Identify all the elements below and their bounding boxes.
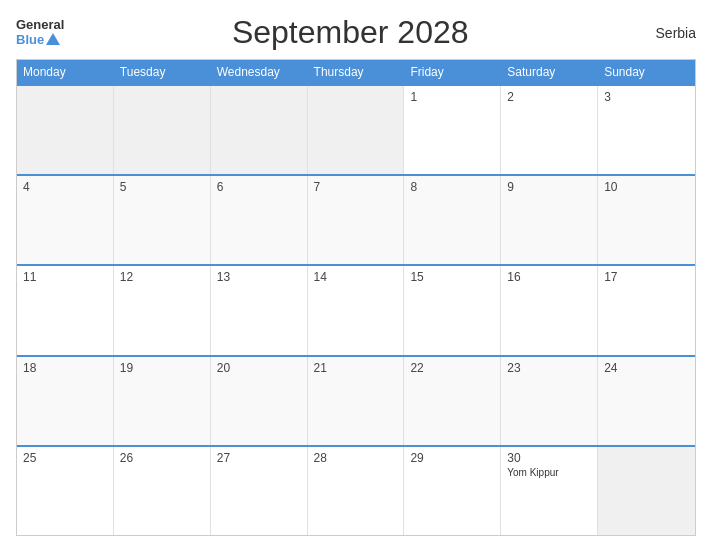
logo-triangle-icon [46,33,60,45]
logo-general-text: General [16,18,64,32]
day-header-wednesday: Wednesday [211,60,308,84]
day-cell: 28 [308,447,405,535]
day-number: 1 [410,90,494,104]
day-cell: 25 [17,447,114,535]
day-cell [17,86,114,174]
day-cell: 27 [211,447,308,535]
day-cell: 29 [404,447,501,535]
day-cell: 19 [114,357,211,445]
day-cell: 14 [308,266,405,354]
week-row-3: 11121314151617 [17,264,695,354]
week-row-1: 123 [17,84,695,174]
day-cell [211,86,308,174]
calendar-title: September 2028 [64,14,636,51]
day-cell: 12 [114,266,211,354]
day-number: 27 [217,451,301,465]
day-number: 15 [410,270,494,284]
day-number: 5 [120,180,204,194]
week-row-5: 252627282930Yom Kippur [17,445,695,535]
day-number: 28 [314,451,398,465]
day-headers-row: MondayTuesdayWednesdayThursdayFridaySatu… [17,60,695,84]
week-row-4: 18192021222324 [17,355,695,445]
day-number: 4 [23,180,107,194]
day-cell: 23 [501,357,598,445]
day-number: 3 [604,90,689,104]
day-cell: 30Yom Kippur [501,447,598,535]
day-number: 18 [23,361,107,375]
week-row-2: 45678910 [17,174,695,264]
day-cell: 15 [404,266,501,354]
day-cell [598,447,695,535]
day-number: 29 [410,451,494,465]
day-cell: 9 [501,176,598,264]
day-cell: 22 [404,357,501,445]
logo: General Blue [16,18,64,47]
day-cell: 5 [114,176,211,264]
day-number: 17 [604,270,689,284]
day-number: 12 [120,270,204,284]
day-header-thursday: Thursday [308,60,405,84]
day-header-friday: Friday [404,60,501,84]
calendar-grid: MondayTuesdayWednesdayThursdayFridaySatu… [16,59,696,536]
day-cell: 20 [211,357,308,445]
day-cell [114,86,211,174]
day-header-saturday: Saturday [501,60,598,84]
day-number: 8 [410,180,494,194]
day-cell [308,86,405,174]
day-number: 22 [410,361,494,375]
day-cell: 11 [17,266,114,354]
day-number: 14 [314,270,398,284]
weeks-container: 1234567891011121314151617181920212223242… [17,84,695,535]
day-number: 13 [217,270,301,284]
day-cell: 8 [404,176,501,264]
day-number: 19 [120,361,204,375]
country-label: Serbia [636,25,696,41]
day-number: 24 [604,361,689,375]
calendar-page: General Blue September 2028 Serbia Monda… [0,0,712,550]
day-cell: 24 [598,357,695,445]
day-cell: 10 [598,176,695,264]
day-number: 7 [314,180,398,194]
logo-blue-text: Blue [16,33,64,47]
day-number: 30 [507,451,591,465]
day-cell: 16 [501,266,598,354]
day-cell: 6 [211,176,308,264]
day-cell: 4 [17,176,114,264]
day-number: 20 [217,361,301,375]
event-label: Yom Kippur [507,467,558,478]
day-number: 26 [120,451,204,465]
day-cell: 26 [114,447,211,535]
day-number: 10 [604,180,689,194]
day-cell: 21 [308,357,405,445]
day-cell: 1 [404,86,501,174]
day-header-monday: Monday [17,60,114,84]
day-cell: 3 [598,86,695,174]
day-cell: 7 [308,176,405,264]
day-number: 11 [23,270,107,284]
day-header-tuesday: Tuesday [114,60,211,84]
day-cell: 17 [598,266,695,354]
day-number: 9 [507,180,591,194]
day-header-sunday: Sunday [598,60,695,84]
day-number: 6 [217,180,301,194]
day-number: 23 [507,361,591,375]
header: General Blue September 2028 Serbia [16,14,696,51]
day-number: 16 [507,270,591,284]
day-number: 21 [314,361,398,375]
day-cell: 2 [501,86,598,174]
day-number: 25 [23,451,107,465]
day-cell: 18 [17,357,114,445]
day-cell: 13 [211,266,308,354]
day-number: 2 [507,90,591,104]
